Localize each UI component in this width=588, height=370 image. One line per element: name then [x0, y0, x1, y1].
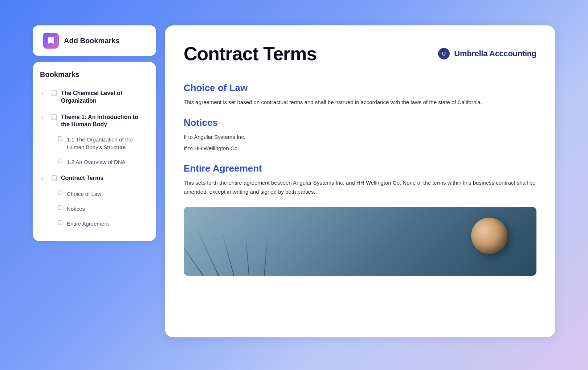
document-divider	[184, 72, 536, 72]
svg-text:U: U	[442, 51, 446, 57]
bookmarks-panel-title: Bookmarks	[40, 70, 149, 79]
bookmark-group-chemical-header[interactable]: › The Chemical Level of Organization	[40, 86, 149, 108]
notices-sidebar-label: Notices	[67, 205, 85, 213]
contract-children: Choice of Law Notices	[56, 186, 149, 231]
pyramid-line-4	[245, 236, 250, 276]
section-notices: Notices If to Angular Systems Inc. If to…	[184, 117, 536, 153]
section-entire-agreement: Entire Agreement This sets forth the ent…	[184, 163, 536, 197]
bookmark-group-humanbody: ‹ Theme 1: An Introduction to the Human …	[40, 110, 149, 170]
add-bookmarks-label: Add Bookmarks	[64, 37, 119, 45]
bookmark-flag-contract	[51, 175, 57, 183]
org-structure-label: 1.1 The Organization of the Human Body's…	[67, 136, 147, 151]
choice-of-law-heading: Choice of Law	[184, 82, 536, 94]
bookmark-flag-dna	[57, 158, 63, 165]
notices-heading: Notices	[184, 117, 536, 128]
bookmark-list: › The Chemical Level of Organization ‹	[40, 86, 149, 233]
pyramid-line-5	[264, 238, 268, 276]
notices-line-2: If to HH Wellington Co.	[184, 144, 536, 153]
bookmark-flag-humanbody	[51, 114, 57, 122]
add-bookmarks-button[interactable]: Add Bookmarks	[33, 25, 156, 56]
notices-line-1: If to Angular Systems Inc.	[184, 133, 536, 142]
entire-agreement-heading: Entire Agreement	[184, 163, 536, 174]
bookmark-flag-notices	[57, 205, 63, 212]
bookmark-group-contract-header[interactable]: ‹ Contract Terms	[40, 171, 149, 186]
section-choice-of-law: Choice of Law This agreement is set base…	[184, 82, 536, 107]
bookmark-group-chemical: › The Chemical Level of Organization	[40, 86, 149, 108]
bookmark-group-humanbody-header[interactable]: ‹ Theme 1: An Introduction to the Human …	[40, 110, 149, 132]
pyramid-line-2	[198, 231, 221, 276]
bookmark-flag-choice-of-law	[57, 190, 63, 197]
bookmark-child-entire-agreement[interactable]: Entire Agreement	[56, 216, 149, 231]
bookmarks-panel: Bookmarks › The Chemical Level of Organi…	[33, 62, 156, 241]
bookmark-child-org-structure[interactable]: 1.1 The Organization of the Human Body's…	[56, 132, 149, 155]
bookmark-flag-entire-agreement	[57, 220, 63, 227]
notices-body: If to Angular Systems Inc. If to HH Well…	[184, 133, 536, 153]
document-header: Contract Terms U Umbrella Acccounting	[184, 43, 536, 65]
entire-agreement-body: This sets forth the entire agreement bet…	[184, 178, 536, 197]
chemical-level-label: The Chemical Level of Organization	[61, 90, 147, 105]
chevron-right-icon: ›	[41, 90, 47, 96]
pyramid-line-3	[222, 234, 235, 276]
left-panel: Add Bookmarks Bookmarks › The Chemical L…	[33, 25, 156, 241]
dna-overview-label: 1.2 An Overview of DNA	[67, 158, 126, 166]
pyramid-line-1	[184, 231, 206, 276]
pyramid-lines-graphic	[184, 207, 430, 276]
bookmark-child-choice-of-law[interactable]: Choice of Law	[56, 186, 149, 201]
sphere-graphic	[471, 218, 507, 254]
bookmark-child-dna-overview[interactable]: 1.2 An Overview of DNA	[56, 155, 149, 169]
company-name-label: Umbrella Acccounting	[454, 49, 536, 58]
app-container: Add Bookmarks Bookmarks › The Chemical L…	[33, 25, 555, 345]
contract-terms-sidebar-label: Contract Terms	[61, 174, 103, 182]
company-logo: U Umbrella Acccounting	[437, 47, 536, 60]
document-title: Contract Terms	[184, 43, 317, 65]
chevron-down-icon-contract: ‹	[41, 175, 47, 181]
choice-of-law-sidebar-label: Choice of Law	[67, 190, 101, 198]
humanbody-children: 1.1 The Organization of the Human Body's…	[56, 132, 149, 169]
choice-of-law-body: This agreement is set based on contractu…	[184, 98, 536, 107]
bookmark-flag-chemical	[51, 90, 57, 98]
company-logo-icon: U	[437, 47, 450, 60]
bookmark-group-contract: ‹ Contract Terms	[40, 171, 149, 231]
bookmark-flag-org-structure	[57, 136, 63, 143]
chevron-down-icon-humanbody: ‹	[41, 114, 47, 120]
document-panel: Contract Terms U Umbrella Acccounting Ch…	[165, 25, 555, 337]
document-image	[184, 207, 536, 276]
humanbody-theme-label: Theme 1: An Introduction to the Human Bo…	[61, 114, 147, 129]
bookmark-child-notices[interactable]: Notices	[56, 201, 149, 216]
entire-agreement-sidebar-label: Entire Agreement	[67, 220, 109, 227]
bookmark-svg-icon	[46, 36, 55, 45]
bookmark-app-icon	[43, 33, 59, 49]
